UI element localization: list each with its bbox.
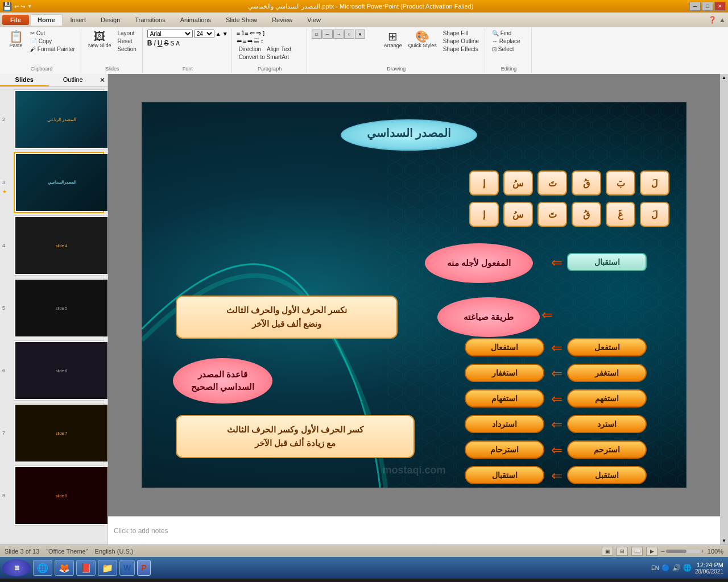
slide-thumb-5[interactable]: 5 slide 5: [10, 278, 107, 338]
shape-arrow[interactable]: →: [333, 30, 344, 39]
justify-button[interactable]: ☰: [254, 38, 259, 45]
font-color-button[interactable]: A: [176, 40, 180, 47]
example-verb-3: استفهم: [567, 389, 647, 408]
select-button[interactable]: ⊡ Select: [490, 45, 522, 53]
normal-view-button[interactable]: ▣: [602, 547, 613, 556]
right-scrollbar[interactable]: ▲ ▼: [720, 74, 728, 544]
tab-animations[interactable]: Animations: [173, 15, 218, 25]
slide-thumb-8[interactable]: 8 slide 8: [10, 465, 107, 526]
formula-box-1: نكسر الحرف الأول والحرف الثالثونضع ألف ق…: [176, 296, 398, 339]
arrange-button[interactable]: ⊞ Arrange: [382, 30, 404, 49]
line-spacing-button[interactable]: ↕: [260, 38, 264, 45]
paste-button[interactable]: 📋 Paste: [6, 30, 26, 49]
layout-button[interactable]: Layout: [115, 30, 138, 37]
zoom-in-icon[interactable]: +: [701, 548, 704, 554]
editing-label: Editing: [490, 65, 528, 72]
find-button[interactable]: 🔍 Find: [490, 30, 522, 37]
slide-canvas-container[interactable]: المصدر السداسي لَ بَ قُ تَ سُ إ لَ غَ قُ: [108, 74, 720, 516]
align-left-button[interactable]: ⬅: [237, 38, 242, 45]
ribbon-collapse-icon[interactable]: ▲: [719, 16, 726, 24]
shape-oval[interactable]: ○: [344, 30, 354, 39]
format-painter-button[interactable]: 🖌 Format Painter: [28, 45, 77, 53]
network-icon: 🌐: [683, 564, 692, 572]
convert-smartart-button[interactable]: Convert to SmartArt: [237, 53, 291, 61]
slide-info: Slide 3 of 13: [5, 548, 39, 555]
example-verb-2: استغفر: [567, 364, 647, 382]
scroll-up-button[interactable]: ▲: [721, 74, 727, 81]
shape-more[interactable]: ▾: [355, 30, 365, 39]
slide-thumb-4[interactable]: 4 slide 4: [10, 215, 107, 276]
taskbar-app-explorer[interactable]: 📁: [98, 560, 117, 576]
taskbar-app-acrobat[interactable]: 📕: [76, 560, 96, 576]
font-size-select[interactable]: 24: [194, 30, 214, 38]
tab-file[interactable]: File: [2, 15, 29, 25]
tab-slides[interactable]: Slides: [0, 74, 49, 86]
section-button[interactable]: Section: [115, 45, 138, 53]
slide-thumb-3[interactable]: 3 ★ المصدر السداسي: [10, 152, 107, 213]
slide-sorter-button[interactable]: ⊞: [617, 547, 628, 556]
increase-indent-button[interactable]: ⇒: [256, 30, 261, 37]
cut-button[interactable]: ✂ Cut: [28, 30, 77, 37]
zoom-out-icon[interactable]: ─: [661, 548, 664, 554]
taskbar-app-ppt[interactable]: P: [137, 560, 150, 576]
ribbon-group-clipboard: 📋 Paste ✂ Cut 📄 Copy 🖌 Format Painter Cl…: [2, 28, 81, 73]
minimize-button[interactable]: ─: [689, 2, 701, 11]
decrease-indent-button[interactable]: ⇐: [250, 30, 255, 37]
italic-button[interactable]: I: [154, 39, 155, 47]
maximize-button[interactable]: □: [702, 2, 713, 11]
shape-rect[interactable]: □: [312, 30, 322, 39]
ribbon: 📋 Paste ✂ Cut 📄 Copy 🖌 Format Painter Cl…: [0, 27, 728, 74]
close-panel-button[interactable]: ✕: [97, 74, 107, 86]
volume-icon[interactable]: 🔊: [672, 564, 681, 572]
start-button[interactable]: ⊞: [2, 559, 31, 576]
zoom-slider[interactable]: [666, 550, 700, 553]
slide-thumb-6[interactable]: 6 slide 6: [10, 340, 107, 401]
align-right-button[interactable]: ➡: [247, 38, 253, 45]
font-family-select[interactable]: Arial: [147, 30, 193, 38]
taskbar-app-firefox[interactable]: 🦊: [55, 560, 74, 576]
mafool-cloud: المفعول لأجله منه: [425, 243, 533, 283]
scroll-down-button[interactable]: ▼: [721, 537, 727, 544]
shadow-button[interactable]: S: [171, 40, 175, 47]
font-size-increase[interactable]: ▲: [216, 31, 221, 37]
align-center-button[interactable]: ≡: [243, 38, 246, 45]
shape-line[interactable]: ─: [322, 30, 333, 39]
istiqbal-box: استقبال: [567, 253, 647, 271]
tab-outline[interactable]: Outline: [49, 74, 98, 86]
tab-insert[interactable]: Insert: [64, 15, 93, 25]
letter-box-qaf2: قُ: [572, 202, 601, 227]
columns-button[interactable]: ⫿: [262, 30, 266, 37]
shape-effects-button[interactable]: Shape Effects: [441, 45, 481, 53]
tab-slideshow[interactable]: Slide Show: [219, 15, 264, 25]
example-noun-5: استرحام: [465, 440, 544, 459]
underline-button[interactable]: U: [158, 39, 163, 47]
tab-home[interactable]: Home: [30, 14, 63, 26]
tab-view[interactable]: View: [300, 15, 328, 25]
bullets-button[interactable]: ≡: [237, 30, 240, 37]
quick-styles-button[interactable]: 🎨 Quick Styles: [406, 30, 439, 49]
notes-area[interactable]: Click to add notes: [108, 516, 720, 544]
reset-button[interactable]: Reset: [115, 38, 138, 45]
font-size-decrease[interactable]: ▼: [222, 31, 228, 37]
bold-button[interactable]: B: [147, 39, 152, 47]
taskbar-app-ie[interactable]: 🌐: [33, 560, 52, 576]
close-button[interactable]: ✕: [714, 2, 726, 11]
align-text-button[interactable]: Align Text: [264, 45, 293, 53]
replace-button[interactable]: ↔ Replace: [490, 38, 522, 45]
new-slide-button[interactable]: 🖼 New Slide: [86, 30, 114, 49]
tab-transitions[interactable]: Transitions: [128, 15, 172, 25]
slide-thumb-2[interactable]: 2 المصدر الرباعي: [10, 89, 107, 149]
tab-review[interactable]: Review: [265, 15, 299, 25]
help-icon[interactable]: ❓: [708, 16, 717, 24]
tab-design[interactable]: Design: [94, 15, 127, 25]
slide-thumb-7[interactable]: 7 slide 7: [10, 403, 107, 463]
shape-outline-button[interactable]: Shape Outline: [441, 38, 481, 45]
reading-view-button[interactable]: 📖: [631, 547, 643, 556]
slideshow-button[interactable]: ▶: [646, 547, 657, 556]
copy-button[interactable]: 📄 Copy: [28, 38, 77, 45]
numbering-button[interactable]: 1≡: [241, 30, 249, 37]
taskbar-app-word[interactable]: W: [119, 560, 135, 576]
shape-fill-button[interactable]: Shape Fill: [441, 30, 481, 37]
strikethrough-button[interactable]: S: [164, 39, 169, 47]
text-direction-button[interactable]: Direction: [237, 45, 263, 53]
